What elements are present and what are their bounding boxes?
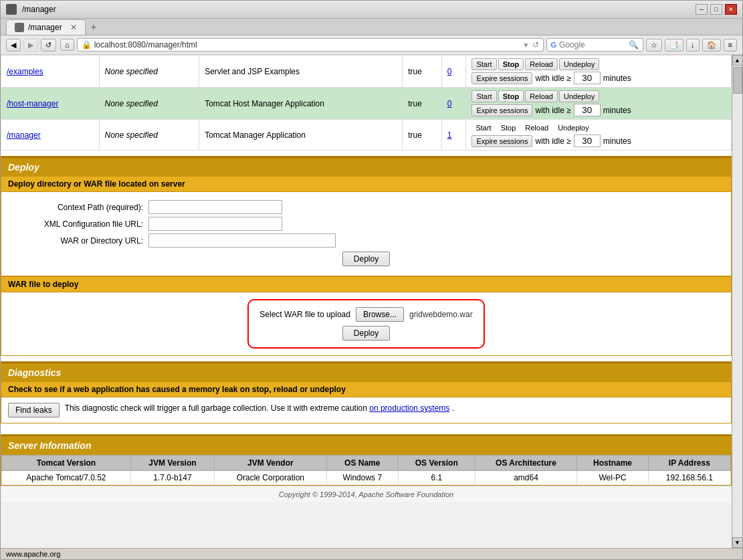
start-btn-hm[interactable]: Start <box>471 90 496 102</box>
deploy-section: Deploy Deploy directory or WAR file loca… <box>1 156 732 276</box>
undeploy-btn-hm[interactable]: Undeploy <box>559 90 599 102</box>
scroll-thumb[interactable] <box>733 67 742 94</box>
diagnostics-section: Diagnostics Check to see if a web applic… <box>1 361 732 424</box>
expire-idle-input-examples[interactable] <box>574 72 601 84</box>
actions-cell-hm: Start Stop Reload Undeploy Expire sessio… <box>466 88 732 120</box>
home-button[interactable]: ⌂ <box>60 39 74 51</box>
reload-text-mgr: Reload <box>521 122 552 133</box>
xml-config-input[interactable] <box>148 217 282 231</box>
diag-content: Find leaks This diagnostic check will tr… <box>1 397 731 423</box>
war-dir-label: WAR or Directory URL: <box>1 236 148 246</box>
sessions-link-mgr[interactable]: 1 <box>447 130 452 140</box>
expire-idle-input-mgr[interactable] <box>574 134 601 147</box>
expire-with-label-hm: with idle ≥ <box>535 106 570 115</box>
server-info-title: Server Information <box>8 440 91 451</box>
deploy-form: Context Path (required): XML Configurati… <box>1 192 731 276</box>
war-upload-row: Select WAR file to upload Browse... grid… <box>259 307 472 322</box>
status-url: www.apache.org <box>6 550 60 558</box>
production-systems-link[interactable]: on production systems <box>369 403 449 413</box>
expire-sessions-btn-mgr[interactable]: Expire sessions <box>471 135 532 147</box>
undeploy-btn-examples[interactable]: Undeploy <box>559 58 599 70</box>
th-os-name: OS Name <box>326 456 398 471</box>
back-button[interactable]: ◀ <box>6 39 21 52</box>
browse-button[interactable]: Browse... <box>356 307 404 322</box>
expire-sessions-btn-examples[interactable]: Expire sessions <box>471 72 532 84</box>
tab-bar: /manager ✕ + <box>1 19 742 35</box>
tab-close-icon[interactable]: ✕ <box>70 23 77 32</box>
version-cell-hm: None specified <box>99 88 199 120</box>
app-link-manager[interactable]: /manager <box>7 130 41 140</box>
stop-btn-examples[interactable]: Stop <box>498 58 524 70</box>
download-button[interactable]: ↓ <box>686 39 700 52</box>
context-path-input[interactable] <box>148 200 282 214</box>
xml-config-label: XML Configuration file URL: <box>1 219 148 229</box>
os-version-cell: 6.1 <box>398 471 475 485</box>
stop-btn-hm[interactable]: Stop <box>498 90 524 102</box>
reload-btn-hm[interactable]: Reload <box>525 90 558 102</box>
ip-address-cell: 192.168.56.1 <box>648 471 730 485</box>
expire-sessions-btn-hm[interactable]: Expire sessions <box>471 104 532 116</box>
sessions-link-hm[interactable]: 0 <box>447 99 452 108</box>
new-tab-button[interactable]: + <box>86 19 102 35</box>
address-dropdown-icon[interactable]: ▼ <box>523 41 530 49</box>
bookmark-star-button[interactable]: ☆ <box>646 39 662 52</box>
running-cell: true <box>403 56 442 88</box>
deploy-btn-row: Deploy <box>1 252 731 266</box>
description-cell-hm: Tomcat Host Manager Application <box>199 88 403 120</box>
deploy-button[interactable]: Deploy <box>342 252 390 266</box>
running-cell-hm: true <box>403 88 442 120</box>
scrollbar: ▲ ▼ <box>732 55 742 548</box>
war-section-header: WAR file to deploy <box>1 277 731 292</box>
war-dir-input[interactable] <box>148 234 336 248</box>
war-upload-label: Select WAR file to upload <box>259 310 350 319</box>
start-btn-examples[interactable]: Start <box>471 58 496 70</box>
sessions-link-examples[interactable]: 0 <box>447 67 452 76</box>
home-nav-button[interactable]: 🏠 <box>702 39 721 52</box>
bookmark-list-button[interactable]: 📑 <box>665 39 683 52</box>
restore-button[interactable]: □ <box>710 4 722 15</box>
expire-minutes-label: minutes <box>603 74 631 83</box>
jvm-version-cell: 1.7.0-b147 <box>130 471 214 485</box>
diag-section-header: Diagnostics <box>1 362 731 382</box>
app-link-host-manager[interactable]: /host-manager <box>7 99 58 108</box>
expire-idle-input-hm[interactable] <box>574 104 601 116</box>
address-refresh-icon[interactable]: ↺ <box>532 40 539 50</box>
active-tab[interactable]: /manager ✕ <box>6 19 86 35</box>
reload-btn-examples[interactable]: Reload <box>525 58 558 70</box>
search-submit-icon[interactable]: 🔍 <box>629 40 639 50</box>
server-info-header: Server Information <box>1 435 731 455</box>
description-cell-mgr: Tomcat Manager Application <box>199 120 403 151</box>
scroll-up-button[interactable]: ▲ <box>732 55 743 66</box>
actions-cell-mgr: Start Stop Reload Undeploy Expire sessio… <box>466 120 732 151</box>
tab-icon <box>15 23 24 32</box>
footer-text: Copyright © 1999-2014, Apache Software F… <box>279 490 453 498</box>
search-bar[interactable]: G 🔍 <box>546 38 644 52</box>
forward-button[interactable]: ▶ <box>23 39 38 52</box>
nav-bar: ◀ ▶ ↺ ⌂ 🔒 localhost:8080/manager/html ▼ … <box>1 35 742 55</box>
war-section-title: WAR file to deploy <box>8 280 78 289</box>
title-bar-icon <box>6 4 17 15</box>
search-input[interactable] <box>559 40 626 50</box>
running-cell-mgr: true <box>403 120 442 151</box>
diag-subtitle: Check to see if a web application has ca… <box>8 385 346 394</box>
war-section: WAR file to deploy Select WAR file to up… <box>1 276 732 356</box>
minimize-button[interactable]: ─ <box>696 4 708 15</box>
deploy-title: Deploy <box>8 162 39 173</box>
menu-button[interactable]: ≡ <box>724 39 737 52</box>
scroll-down-button[interactable]: ▼ <box>732 537 743 548</box>
expire-minutes-label-mgr: minutes <box>603 136 631 146</box>
table-row: /examples None specified Servlet and JSP… <box>1 56 732 88</box>
title-bar: /manager ─ □ ✕ <box>1 1 742 19</box>
war-dir-row: WAR or Directory URL: <box>1 234 731 248</box>
refresh-button[interactable]: ↺ <box>41 39 56 52</box>
war-deploy-button[interactable]: Deploy <box>342 326 390 341</box>
close-button[interactable]: ✕ <box>725 4 737 15</box>
jvm-vendor-cell: Oracle Corporation <box>215 471 327 485</box>
address-bar[interactable]: 🔒 localhost:8080/manager/html ▼ ↺ <box>77 38 544 52</box>
find-leaks-button[interactable]: Find leaks <box>8 403 60 417</box>
diag-desc-end: . <box>452 403 454 413</box>
version-cell: None specified <box>99 56 199 88</box>
app-link-examples[interactable]: /examples <box>7 67 43 76</box>
hostname-cell: Wel-PC <box>577 471 648 485</box>
diag-subheader: Check to see if a web application has ca… <box>1 382 731 397</box>
